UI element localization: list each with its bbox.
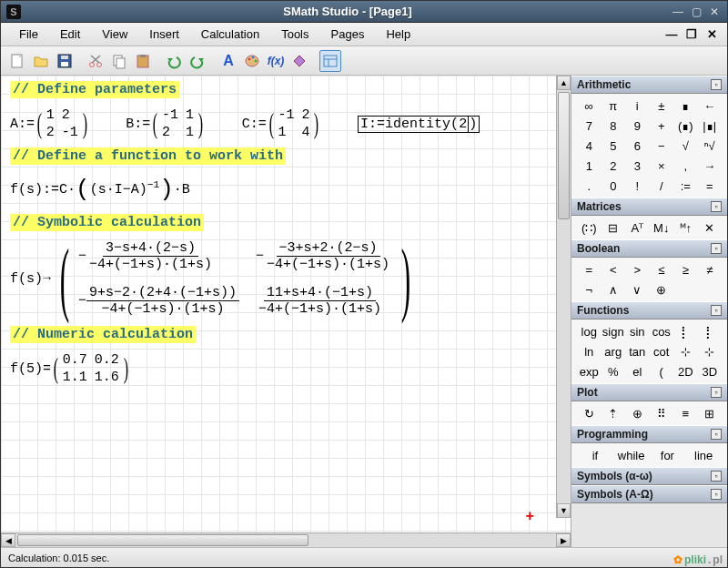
palette-button[interactable]: ✕ xyxy=(698,218,723,237)
panel-plot-title[interactable]: Plot▫ xyxy=(571,383,727,401)
font-icon[interactable]: A xyxy=(217,50,239,72)
palette-button[interactable]: 7 xyxy=(577,117,602,135)
palette-button[interactable]: ᴹ↑ xyxy=(673,218,698,237)
panel-symbols-lc-title[interactable]: Symbols (α-ω)▫ xyxy=(571,467,727,485)
palette-button[interactable]: 1 xyxy=(577,157,602,175)
palette-button[interactable]: ∧ xyxy=(602,280,626,299)
palette-button[interactable]: tan xyxy=(625,342,650,360)
panel-arithmetic-title[interactable]: Arithmetic▫ xyxy=(571,76,727,94)
collapse-icon[interactable]: ▫ xyxy=(711,305,722,316)
menu-file[interactable]: File xyxy=(8,25,49,44)
palette-button[interactable]: ≥ xyxy=(673,260,698,279)
palette-button[interactable]: . xyxy=(577,177,602,195)
redo-icon[interactable] xyxy=(187,50,208,72)
palette-button[interactable]: < xyxy=(602,260,626,279)
palette-button[interactable]: 3 xyxy=(625,157,650,175)
palette-button[interactable]: 5 xyxy=(602,137,626,155)
palette-button[interactable]: ↻ xyxy=(577,404,602,422)
palette-button[interactable]: ⊟ xyxy=(602,218,626,237)
mdi-restore-button[interactable]: ❐ xyxy=(683,28,700,41)
cut-icon[interactable] xyxy=(85,50,106,72)
palette-button[interactable]: while xyxy=(613,446,650,464)
palette-button[interactable]: ⡇ xyxy=(698,322,723,340)
collapse-icon[interactable]: ▫ xyxy=(711,79,722,90)
palette-button[interactable]: line xyxy=(685,446,722,464)
palette-button[interactable]: ⊹ xyxy=(698,342,723,360)
palette-button[interactable]: := xyxy=(673,177,698,195)
diamond-icon[interactable] xyxy=(288,50,310,72)
panel-functions-title[interactable]: Functions▫ xyxy=(571,301,727,320)
palette-button[interactable]: Aᵀ xyxy=(625,218,650,237)
palette-button[interactable]: (∷) xyxy=(577,218,602,237)
collapse-icon[interactable]: ▫ xyxy=(711,429,722,440)
palette-button[interactable]: ⡇ xyxy=(673,322,698,340)
menu-edit[interactable]: Edit xyxy=(49,25,91,44)
scroll-up-icon[interactable]: ▲ xyxy=(557,76,571,90)
palette-button[interactable] xyxy=(698,280,723,299)
close-button[interactable]: ✕ xyxy=(707,5,722,19)
open-doc-icon[interactable] xyxy=(30,50,52,72)
palette-button[interactable]: ( xyxy=(650,362,674,380)
panel-symbols-uc-title[interactable]: Symbols (A-Ω)▫ xyxy=(571,485,727,503)
horizontal-scrollbar[interactable]: ◀ ▶ xyxy=(1,532,571,547)
menu-tools[interactable]: Tools xyxy=(270,25,319,44)
worksheet-canvas[interactable]: // Define parameters A:=(122-1) B:=(-112… xyxy=(1,76,571,532)
scroll-left-icon[interactable]: ◀ xyxy=(1,533,15,547)
palette-button[interactable]: 4 xyxy=(577,137,602,155)
palette-button[interactable]: if xyxy=(577,446,613,464)
palette-button[interactable]: exp xyxy=(577,362,602,380)
palette-button[interactable]: 0 xyxy=(602,177,626,195)
palette-button[interactable]: sin xyxy=(625,322,650,340)
define-i-active[interactable]: I:=identity(2) xyxy=(358,116,480,133)
scroll-right-icon[interactable]: ▶ xyxy=(556,533,571,547)
collapse-icon[interactable]: ▫ xyxy=(711,387,722,398)
copy-icon[interactable] xyxy=(108,50,130,72)
palette-button[interactable]: 2 xyxy=(602,157,626,175)
palette-button[interactable]: arg xyxy=(602,342,626,360)
paste-icon[interactable] xyxy=(132,50,154,72)
mdi-minimize-button[interactable]: — xyxy=(663,28,680,41)
palette-button[interactable]: 6 xyxy=(625,137,650,155)
palette-button[interactable]: % xyxy=(602,362,626,380)
palette-icon[interactable] xyxy=(241,50,263,72)
palette-button[interactable]: × xyxy=(650,157,674,175)
palette-button[interactable]: = xyxy=(698,177,723,195)
palette-button[interactable]: ∨ xyxy=(625,280,650,299)
palette-button[interactable]: 9 xyxy=(625,117,650,135)
menu-calculation[interactable]: Calculation xyxy=(190,25,270,44)
palette-button[interactable]: ∞ xyxy=(577,96,602,115)
menu-view[interactable]: View xyxy=(91,25,138,44)
palette-button[interactable]: ⠿ xyxy=(650,404,674,422)
palette-button[interactable]: ≡ xyxy=(673,404,698,422)
palette-button[interactable]: 8 xyxy=(602,117,626,135)
palette-button[interactable]: √ xyxy=(673,137,698,155)
palette-button[interactable]: ⁿ√ xyxy=(698,137,723,155)
palette-button[interactable]: ¬ xyxy=(577,280,602,299)
panel-toggle-icon[interactable] xyxy=(319,50,341,72)
palette-button[interactable]: ln xyxy=(577,342,602,360)
palette-button[interactable]: ⇡ xyxy=(602,404,626,422)
palette-button[interactable]: 2D xyxy=(673,362,698,380)
palette-button[interactable]: ≠ xyxy=(698,260,723,279)
palette-button[interactable]: ± xyxy=(650,96,674,115)
palette-button[interactable]: (∎) xyxy=(673,117,698,135)
palette-button[interactable]: = xyxy=(577,260,602,279)
palette-button[interactable]: ⊞ xyxy=(698,404,723,422)
palette-button[interactable]: / xyxy=(650,177,674,195)
palette-button[interactable]: − xyxy=(650,137,674,155)
palette-button[interactable]: log xyxy=(577,322,602,340)
palette-button[interactable] xyxy=(673,280,698,299)
palette-button[interactable]: el xyxy=(625,362,650,380)
undo-icon[interactable] xyxy=(163,50,185,72)
palette-button[interactable]: i xyxy=(625,96,650,115)
palette-button[interactable]: ! xyxy=(625,177,650,195)
palette-button[interactable]: for xyxy=(650,446,686,464)
fx-icon[interactable]: f(x) xyxy=(265,50,287,72)
palette-button[interactable]: M↓ xyxy=(650,218,674,237)
palette-button[interactable]: π xyxy=(602,96,626,115)
maximize-button[interactable]: ▢ xyxy=(689,5,703,19)
panel-boolean-title[interactable]: Boolean▫ xyxy=(571,239,727,258)
menu-help[interactable]: Help xyxy=(375,25,421,44)
palette-button[interactable]: , xyxy=(673,157,698,175)
palette-button[interactable]: cot xyxy=(650,342,674,360)
